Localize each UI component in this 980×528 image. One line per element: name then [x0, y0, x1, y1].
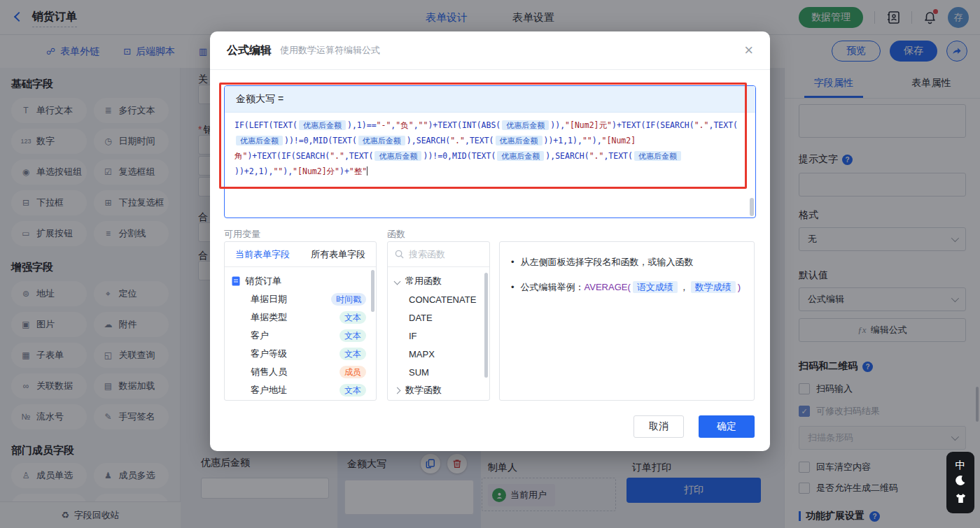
function-item[interactable]: CONCATENATE — [388, 290, 489, 308]
search-placeholder: 搜索函数 — [409, 248, 445, 261]
confirm-button[interactable]: 确定 — [699, 415, 755, 438]
function-group-common[interactable]: 常用函数 — [388, 272, 489, 290]
app-window: 销货订单 表单设计 表单设置 数据管理 存 ☍表单外链 ⊡后端脚本 ▥数据权 预… — [0, 0, 980, 528]
field-chip[interactable]: 优惠后金额 — [496, 136, 542, 145]
function-name-example: AVERAGE( — [584, 282, 631, 292]
function-search[interactable]: 搜索函数 — [388, 242, 489, 267]
variable-row[interactable]: 单据类型文本 — [225, 308, 376, 327]
variable-row[interactable]: 客户等级文本 — [225, 345, 376, 363]
formula-editor[interactable]: 金额大写 = IF(LEFT(TEXT(优惠后金额),1)=="-","负","… — [224, 85, 756, 218]
field-chip-example: 语文成绩 — [633, 281, 678, 293]
type-badge: 成员 — [340, 366, 366, 378]
tips-panel: •从左侧面板选择字段名和函数，或输入函数 •公式编辑举例：AVERAGE(语文成… — [499, 241, 755, 401]
functions-panel-label: 函数 — [387, 228, 405, 241]
field-chip[interactable]: 优惠后金额 — [358, 136, 405, 145]
field-chip[interactable]: 优惠后金额 — [236, 136, 283, 145]
type-badge: 文本 — [340, 348, 366, 360]
text-cursor — [367, 166, 368, 176]
scrollbar-thumb[interactable] — [484, 273, 488, 378]
field-chip[interactable]: 优惠后金额 — [299, 120, 346, 130]
field-chip-example: 数学成绩 — [691, 281, 736, 293]
modal-header: 公式编辑 使用数学运算符编辑公式 — [210, 31, 770, 70]
type-badge: 时间戳 — [331, 293, 366, 306]
formula-code[interactable]: IF(LEFT(TEXT(优惠后金额),1)=="-","负","")+TEXT… — [225, 113, 755, 184]
variable-row[interactable]: 客户地址文本 — [225, 381, 376, 399]
modal-title: 公式编辑 — [227, 43, 272, 58]
field-chip[interactable]: 优惠后金额 — [374, 151, 421, 161]
search-icon — [395, 250, 404, 259]
type-badge: 文本 — [340, 384, 366, 397]
modal-subtitle: 使用数学运算符编辑公式 — [280, 44, 380, 57]
tab-current-form-fields[interactable]: 当前表单字段 — [225, 242, 300, 266]
variables-tree: 销货订单 单据日期时间戳 单据类型文本 客户文本 客户等级文本 销售人员成员 客… — [225, 267, 376, 399]
formula-target: 金额大写 = — [225, 86, 755, 113]
function-group-math[interactable]: 数学函数 — [388, 381, 489, 399]
functions-panel: 搜索函数 常用函数 CONCATENATE DATE IF MAPX SUM 数… — [387, 241, 490, 401]
function-item[interactable]: DATE — [388, 308, 489, 327]
variable-row[interactable]: 客户文本 — [225, 327, 376, 345]
tree-form-root[interactable]: 销货订单 — [225, 272, 376, 290]
language-toggle[interactable]: 中 — [955, 459, 966, 470]
field-chip[interactable]: 优惠后金额 — [634, 151, 681, 161]
scrollbar-thumb[interactable] — [750, 198, 754, 216]
variable-row[interactable]: 单据日期时间戳 — [225, 290, 376, 308]
function-item[interactable]: SUM — [388, 363, 489, 381]
dark-mode-moon-icon[interactable] — [955, 475, 966, 488]
function-item[interactable]: MAPX — [388, 345, 489, 363]
close-icon[interactable]: × — [744, 43, 753, 58]
variables-panel-label: 可用变量 — [224, 228, 260, 241]
formula-editor-modal: × 公式编辑 使用数学运算符编辑公式 金额大写 = IF(LEFT(TEXT(优… — [210, 31, 770, 451]
type-badge: 文本 — [340, 329, 366, 342]
field-chip[interactable]: 优惠后金额 — [497, 151, 544, 161]
tip-line-2: •公式编辑举例：AVERAGE(语文成绩，数学成绩) — [511, 280, 743, 294]
field-chip[interactable]: 优惠后金额 — [502, 120, 549, 130]
tip-line-1: •从左侧面板选择字段名和函数，或输入函数 — [511, 255, 743, 269]
ime-toolbar: 中 — [946, 452, 974, 513]
form-document-icon — [232, 276, 240, 286]
variable-row[interactable]: 销售人员成员 — [225, 363, 376, 381]
function-item[interactable]: IF — [388, 327, 489, 345]
variables-panel: 当前表单字段 所有表单字段 销货订单 单据日期时间戳 单据类型文本 客户文本 客… — [224, 241, 377, 401]
tab-all-form-fields[interactable]: 所有表单字段 — [300, 242, 376, 266]
chevron-down-icon — [394, 278, 401, 285]
skin-shirt-icon[interactable] — [955, 493, 967, 506]
function-group-text[interactable]: 文本函数 — [388, 399, 489, 401]
cancel-button[interactable]: 取消 — [634, 415, 684, 438]
scrollbar-thumb[interactable] — [371, 270, 374, 312]
chevron-right-icon — [394, 387, 401, 394]
type-badge: 文本 — [340, 311, 366, 324]
functions-tree: 常用函数 CONCATENATE DATE IF MAPX SUM 数学函数 文… — [388, 267, 489, 401]
